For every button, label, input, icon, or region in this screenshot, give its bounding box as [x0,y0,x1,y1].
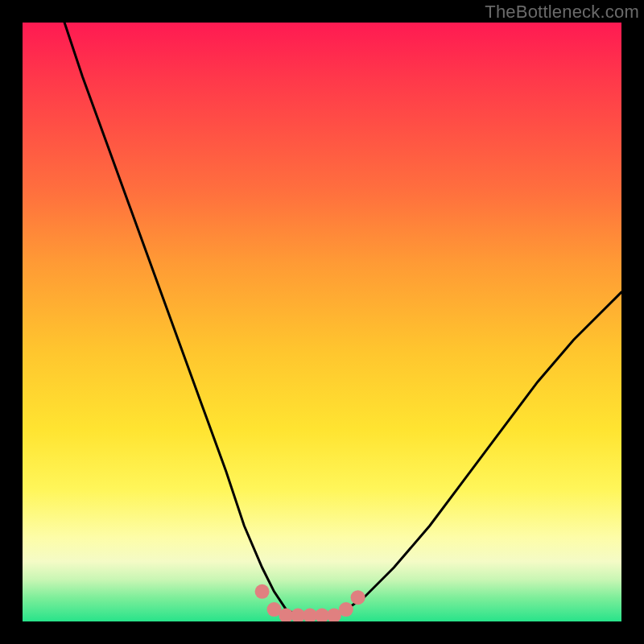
watermark-text: TheBottleneck.com [485,2,639,23]
highlight-dots [255,584,365,621]
highlight-dot [255,584,270,599]
highlight-dot [351,590,365,605]
bottleneck-curve [64,23,621,616]
bottleneck-curve-svg [23,23,621,621]
highlight-dot [339,602,353,617]
chart-area [23,23,621,621]
outer-frame: TheBottleneck.com [0,0,644,644]
